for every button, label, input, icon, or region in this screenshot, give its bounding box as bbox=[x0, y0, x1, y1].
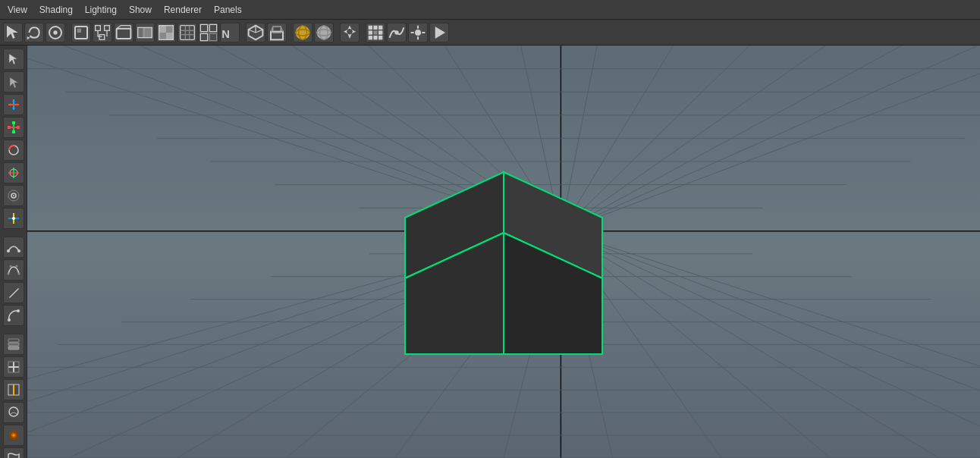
nurbs-btn[interactable]: N bbox=[220, 23, 240, 42]
poly-cube-btn[interactable] bbox=[246, 23, 265, 42]
svg-point-84 bbox=[13, 195, 14, 196]
menu-renderer[interactable]: Renderer bbox=[158, 2, 208, 17]
sculpt-btn[interactable] bbox=[3, 402, 24, 423]
svg-line-36 bbox=[249, 30, 256, 33]
svg-marker-63 bbox=[435, 27, 445, 39]
svg-rect-5 bbox=[77, 28, 81, 32]
cube-3d bbox=[382, 149, 625, 377]
universal-manip-btn[interactable] bbox=[3, 162, 24, 184]
obj-mode-btn[interactable] bbox=[71, 23, 91, 42]
add-div-btn[interactable] bbox=[3, 356, 24, 378]
svg-rect-53 bbox=[378, 30, 382, 34]
viewport[interactable] bbox=[27, 45, 980, 458]
svg-point-3 bbox=[53, 30, 57, 34]
svg-text:N: N bbox=[221, 27, 230, 39]
subdiv-btn[interactable] bbox=[199, 23, 218, 42]
main-layout bbox=[0, 45, 980, 458]
svg-rect-75 bbox=[12, 130, 15, 133]
svg-point-57 bbox=[394, 30, 398, 34]
svg-rect-98 bbox=[8, 343, 19, 346]
svg-rect-31 bbox=[209, 33, 216, 40]
svg-rect-12 bbox=[117, 28, 131, 38]
svg-point-91 bbox=[9, 265, 11, 268]
pencil-btn[interactable] bbox=[3, 282, 24, 303]
svg-rect-6 bbox=[96, 25, 101, 30]
svg-point-92 bbox=[15, 265, 17, 268]
svg-point-87 bbox=[12, 217, 15, 220]
svg-rect-97 bbox=[8, 347, 19, 350]
paint-select-btn[interactable] bbox=[46, 23, 65, 42]
extrude-btn[interactable] bbox=[267, 23, 287, 42]
svg-point-89 bbox=[17, 249, 20, 253]
menubar: View Shading Lighting Show Renderer Pane… bbox=[0, 0, 980, 20]
svg-rect-29 bbox=[209, 24, 216, 31]
tex-display-btn[interactable] bbox=[156, 23, 176, 42]
snap-grid-btn[interactable] bbox=[366, 23, 385, 42]
svg-rect-54 bbox=[369, 36, 372, 39]
paint-weights-btn[interactable] bbox=[3, 425, 24, 446]
svg-rect-48 bbox=[369, 25, 372, 29]
menu-show[interactable]: Show bbox=[123, 2, 158, 17]
svg-point-96 bbox=[17, 309, 20, 312]
svg-rect-7 bbox=[105, 25, 110, 30]
svg-rect-55 bbox=[373, 36, 377, 39]
svg-rect-49 bbox=[373, 25, 377, 29]
svg-marker-71 bbox=[17, 103, 19, 106]
svg-rect-21 bbox=[166, 33, 173, 39]
svg-marker-64 bbox=[9, 54, 17, 64]
sphere-gold-btn[interactable] bbox=[293, 23, 313, 42]
svg-rect-56 bbox=[378, 36, 382, 39]
edge-loop-btn[interactable] bbox=[3, 379, 24, 400]
sphere-silver-btn[interactable] bbox=[314, 23, 334, 42]
lasso-tool-btn[interactable] bbox=[24, 23, 44, 42]
menu-lighting[interactable]: Lighting bbox=[79, 2, 123, 17]
svg-point-41 bbox=[296, 25, 310, 39]
soft-mod-btn[interactable] bbox=[3, 185, 24, 206]
render-btn[interactable] bbox=[429, 23, 449, 42]
svg-rect-50 bbox=[378, 25, 382, 29]
menu-view[interactable]: View bbox=[2, 2, 33, 17]
svg-point-90 bbox=[7, 273, 9, 275]
svg-rect-51 bbox=[369, 30, 372, 34]
svg-point-95 bbox=[8, 318, 11, 322]
curve2-btn[interactable] bbox=[3, 259, 24, 281]
svg-marker-68 bbox=[12, 99, 15, 102]
move-select-btn[interactable] bbox=[340, 23, 360, 42]
svg-rect-23 bbox=[181, 25, 195, 39]
snap-point-btn[interactable] bbox=[408, 23, 428, 42]
hier-btn[interactable] bbox=[93, 23, 112, 42]
scale-tool-btn[interactable] bbox=[3, 117, 24, 138]
menu-shading[interactable]: Shading bbox=[33, 2, 79, 17]
select-arrow-btn[interactable] bbox=[3, 49, 24, 70]
svg-rect-17 bbox=[143, 27, 152, 37]
wireframe-btn[interactable] bbox=[114, 23, 133, 42]
rotate-tool-btn[interactable] bbox=[3, 140, 24, 161]
pivot-btn[interactable] bbox=[3, 208, 24, 229]
svg-rect-76 bbox=[8, 126, 11, 129]
svg-rect-20 bbox=[159, 25, 166, 32]
svg-marker-0 bbox=[7, 25, 18, 38]
svg-marker-70 bbox=[8, 103, 11, 106]
svg-line-35 bbox=[256, 30, 262, 33]
svg-marker-47 bbox=[344, 25, 356, 38]
cloth-btn[interactable] bbox=[3, 447, 24, 458]
svg-rect-28 bbox=[200, 24, 207, 31]
move-tool-btn[interactable] bbox=[3, 94, 24, 115]
xray-btn[interactable] bbox=[135, 23, 155, 42]
smooth-btn[interactable] bbox=[177, 23, 197, 42]
curve1-btn[interactable] bbox=[3, 237, 24, 258]
arc-btn[interactable] bbox=[3, 305, 24, 326]
svg-point-93 bbox=[17, 273, 20, 275]
svg-rect-52 bbox=[373, 30, 377, 34]
svg-marker-69 bbox=[12, 108, 15, 110]
select-rotate-btn[interactable] bbox=[3, 71, 24, 93]
select-tool-btn[interactable] bbox=[3, 23, 23, 42]
svg-point-58 bbox=[415, 30, 421, 36]
svg-marker-65 bbox=[10, 77, 18, 88]
snap-curve-btn[interactable] bbox=[387, 23, 407, 42]
svg-marker-1 bbox=[27, 36, 30, 39]
svg-rect-99 bbox=[8, 339, 19, 342]
layers-btn[interactable] bbox=[3, 334, 24, 355]
menu-panels[interactable]: Panels bbox=[208, 2, 248, 17]
svg-rect-77 bbox=[17, 126, 20, 129]
